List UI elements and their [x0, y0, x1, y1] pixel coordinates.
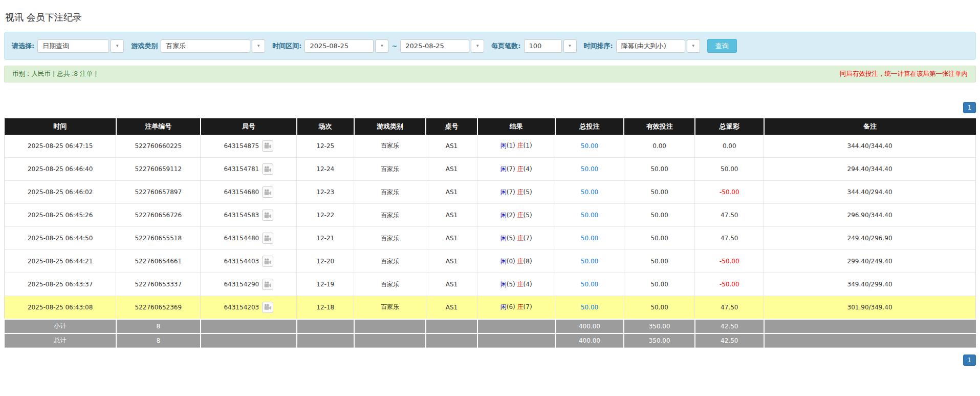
column-header: 桌号 — [426, 118, 477, 135]
table-row: 2025-08-25 06:47:15522760660225643154875… — [5, 135, 976, 158]
cell-time: 2025-08-25 06:46:40 — [5, 158, 116, 181]
result-banker-count: (5) — [524, 212, 532, 219]
summary-label: 小计 — [5, 319, 116, 334]
cell-time: 2025-08-25 06:43:37 — [5, 273, 116, 296]
video-icon — [264, 235, 271, 242]
result-player-label: 闲 — [500, 281, 507, 288]
cell-round-number: 643154480 — [201, 227, 297, 250]
cell-game-type: 百家乐 — [354, 250, 426, 273]
total-bet-link[interactable]: 50.00 — [581, 304, 598, 311]
cell-result: 闲(1) 庄(1) — [477, 135, 555, 158]
game-type-input[interactable] — [161, 39, 250, 53]
cell-result: 闲(7) 庄(4) — [477, 158, 555, 181]
round-video-button[interactable] — [262, 186, 273, 198]
search-button[interactable]: 查询 — [707, 39, 737, 53]
cell-remark: 296.90/344.40 — [764, 204, 976, 227]
cell-time: 2025-08-25 06:43:08 — [5, 296, 116, 319]
cell-session: 12-20 — [297, 250, 354, 273]
cell-remark: 301.90/349.40 — [764, 296, 976, 319]
cell-total-payout: -50.00 — [695, 181, 764, 204]
round-video-button[interactable] — [262, 140, 273, 152]
time-sort-dropdown-button[interactable]: ▼ — [687, 39, 700, 53]
chevron-down-icon: ▼ — [380, 44, 384, 48]
time-sort-combobox: ▼ — [616, 39, 700, 53]
round-video-button[interactable] — [262, 210, 273, 221]
table-row: 2025-08-25 06:44:50522760655518643154480… — [5, 227, 976, 250]
result-player-count: (5) — [507, 235, 515, 242]
page-size-dropdown-button[interactable]: ▼ — [563, 39, 577, 53]
total-bet-link[interactable]: 50.00 — [581, 281, 598, 288]
result-player-count: (7) — [507, 189, 515, 196]
query-type-dropdown-button[interactable]: ▼ — [111, 39, 124, 53]
cell-table-number: AS1 — [426, 227, 477, 250]
cell-bet-number: 522760657897 — [116, 181, 201, 204]
cell-time: 2025-08-25 06:47:15 — [5, 135, 116, 158]
total-bet-link[interactable]: 50.00 — [581, 165, 598, 173]
result-player-count: (7) — [507, 165, 515, 173]
column-header: 备注 — [764, 118, 976, 135]
column-header: 场次 — [297, 118, 354, 135]
round-video-button[interactable] — [262, 233, 273, 244]
page-size-input[interactable] — [524, 39, 562, 53]
chevron-down-icon: ▼ — [691, 44, 695, 48]
cell-game-type: 百家乐 — [354, 296, 426, 319]
page-1-button[interactable]: 1 — [963, 355, 976, 366]
round-video-button[interactable] — [262, 163, 273, 175]
total-bet-link[interactable]: 50.00 — [581, 212, 598, 219]
cell-total-bet: 50.00 — [555, 250, 624, 273]
cell-round-number: 643154680 — [201, 181, 297, 204]
cell-bet-number: 522760655518 — [116, 227, 201, 250]
summary-bar: 币别：人民币 | 总共 :8 注单 | 同局有效投注，统一计算在该局第一张注单内 — [4, 66, 976, 82]
cell-valid-bet: 50.00 — [624, 181, 695, 204]
time-sort-input[interactable] — [616, 39, 685, 53]
cell-remark: 299.40/249.40 — [764, 250, 976, 273]
date-from-dropdown-button[interactable]: ▼ — [375, 39, 388, 53]
result-player-count: (5) — [507, 281, 515, 288]
cell-session: 12-21 — [297, 227, 354, 250]
total-bet-link[interactable]: 50.00 — [581, 258, 598, 265]
round-video-button[interactable] — [262, 256, 273, 267]
page-title: 视讯 会员下注纪录 — [5, 11, 976, 24]
summary-game — [354, 319, 426, 334]
cell-remark: 349.40/299.40 — [764, 273, 976, 296]
page-1-button[interactable]: 1 — [963, 102, 976, 113]
summary-total-bet: 400.00 — [555, 334, 624, 348]
column-header: 时间 — [5, 118, 116, 135]
cell-bet-number: 522760656726 — [116, 204, 201, 227]
cell-time: 2025-08-25 06:45:26 — [5, 204, 116, 227]
game-type-dropdown-button[interactable]: ▼ — [252, 39, 265, 53]
query-type-input[interactable] — [37, 39, 109, 53]
round-number: 643154203 — [224, 304, 259, 311]
cell-remark: 344.40/344.40 — [764, 135, 976, 158]
result-banker-label: 庄 — [517, 212, 524, 219]
game-type-combobox: ▼ — [161, 39, 265, 53]
cell-time: 2025-08-25 06:46:02 — [5, 181, 116, 204]
round-number: 643154480 — [224, 235, 259, 242]
summary-remark — [764, 334, 976, 348]
date-from-input[interactable] — [304, 39, 374, 53]
date-to-input[interactable] — [400, 39, 469, 53]
chevron-down-icon: ▼ — [256, 44, 260, 48]
chevron-down-icon: ▼ — [115, 44, 119, 48]
cell-session: 12-25 — [297, 135, 354, 158]
table-row: 2025-08-25 06:45:26522760656726643154583… — [5, 204, 976, 227]
pagination-bottom: 1 — [4, 355, 976, 366]
result-banker-count: (7) — [524, 235, 532, 242]
cell-total-bet: 50.00 — [555, 273, 624, 296]
round-video-button[interactable] — [262, 302, 273, 313]
cell-round-number: 643154290 — [201, 273, 297, 296]
total-bet-link[interactable]: 50.00 — [581, 189, 598, 196]
round-video-button[interactable] — [262, 279, 273, 290]
total-bet-link[interactable]: 50.00 — [581, 142, 598, 150]
cell-round-number: 643154781 — [201, 158, 297, 181]
result-player-label: 闲 — [500, 303, 507, 310]
date-to-dropdown-button[interactable]: ▼ — [471, 39, 484, 53]
result-player-count: (0) — [507, 258, 515, 265]
cell-round-number: 643154203 — [201, 296, 297, 319]
cell-valid-bet: 50.00 — [624, 158, 695, 181]
cell-result: 闲(7) 庄(5) — [477, 181, 555, 204]
result-banker-count: (5) — [524, 189, 532, 196]
total-bet-link[interactable]: 50.00 — [581, 235, 598, 242]
cell-result: 闲(0) 庄(8) — [477, 250, 555, 273]
summary-session — [297, 334, 354, 348]
